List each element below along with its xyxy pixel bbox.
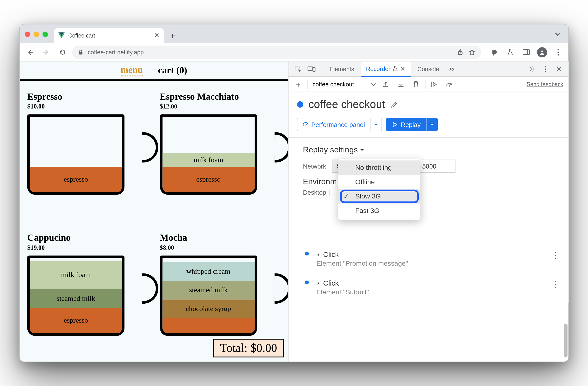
tab-search-button[interactable] (551, 28, 564, 40)
total-button[interactable]: Total: $0.00 (213, 339, 284, 357)
recording-select[interactable]: coffee checkout (312, 81, 377, 87)
browser-toolbar: coffee-cart.netlify.app (20, 43, 568, 61)
send-feedback-link[interactable]: Send feedback (526, 81, 563, 87)
gear-icon (528, 65, 536, 72)
svg-point-18 (449, 85, 450, 86)
close-tab-icon[interactable]: ✕ (400, 65, 406, 72)
network-label: Network (303, 163, 326, 170)
network-throttling-dropdown: No throttling Offline ✓ Slow 3G Fast 3G (338, 159, 420, 220)
export-button[interactable] (381, 80, 390, 89)
tab-recorder[interactable]: Recorder ✕ (361, 61, 411, 77)
step-detail: Element "Promotion message" (316, 260, 546, 267)
close-tab-icon[interactable]: ✕ (154, 32, 160, 39)
minimize-window-button[interactable] (34, 32, 39, 37)
chrome-menu-button[interactable] (552, 46, 564, 58)
replay-button[interactable]: Replay (386, 118, 438, 131)
tab-console[interactable]: Console (412, 61, 444, 77)
replay-settings-header[interactable]: Replay settings (303, 145, 560, 155)
browser-window: Coffee cart ✕ ＋ coffee-cart.netlify.app (19, 24, 569, 362)
nav-cart-link[interactable]: cart (0) (158, 65, 187, 76)
add-recording-button[interactable]: ＋ (294, 80, 303, 89)
svg-point-16 (545, 71, 546, 72)
replay-dropdown[interactable] (427, 118, 438, 131)
page-coffee-cart: menu cart (0) Espresso $10.00 espresso (20, 61, 289, 362)
plus-icon: ＋ (294, 79, 302, 89)
ingredient-layer: milk foam (162, 153, 254, 167)
delete-button[interactable] (412, 80, 421, 89)
nav-menu-link[interactable]: menu (121, 64, 143, 77)
devtools-settings-button[interactable] (526, 63, 538, 75)
recorder-toolbar: ＋ coffee checkout Send feedback (289, 77, 568, 92)
step-over-button[interactable] (445, 80, 454, 89)
import-button[interactable] (396, 80, 405, 89)
product-price: $10.00 (27, 103, 148, 110)
extensions-button[interactable] (488, 46, 500, 58)
ingredient-layer: whipped cream (162, 262, 254, 281)
step-over-icon (445, 81, 454, 87)
reload-button[interactable] (56, 46, 69, 58)
devtools-menu-button[interactable] (540, 63, 551, 75)
step-item[interactable]: Click Element "Submit" ⋮ (303, 279, 560, 296)
svg-point-15 (545, 68, 546, 70)
product-mug[interactable]: espresso (27, 114, 125, 195)
tab-elements[interactable]: Elements (324, 61, 359, 77)
product-mug[interactable]: milk foam steamed milk espresso (27, 255, 125, 336)
ingredient-layer: chocolate syrup (162, 300, 254, 318)
performance-panel-button[interactable]: Performance panel (297, 118, 382, 131)
svg-point-9 (558, 54, 559, 55)
step-menu-button[interactable]: ⋮ (551, 250, 560, 261)
new-tab-button[interactable]: ＋ (166, 29, 179, 41)
svg-line-19 (306, 124, 307, 125)
continue-button[interactable] (430, 80, 439, 89)
browser-tab[interactable]: Coffee cart ✕ (54, 28, 164, 43)
product-mug[interactable]: whipped cream steamed milk chocolate syr… (160, 255, 257, 336)
ingredient-layer (162, 318, 254, 333)
product-price: $12.00 (160, 103, 280, 110)
product-name: Espresso (27, 91, 148, 102)
reload-icon (59, 48, 66, 56)
play-icon (392, 122, 398, 127)
dropdown-option-slow-3g[interactable]: ✓ Slow 3G (338, 189, 420, 204)
product-espresso-macchiato: Espresso Macchiato $12.00 milk foam espr… (160, 91, 280, 221)
device-toolbar-button[interactable] (305, 63, 317, 75)
inspect-element-button[interactable] (292, 63, 304, 75)
caret-right-icon (316, 281, 321, 285)
side-panel-icon (523, 49, 530, 55)
address-bar[interactable]: coffee-cart.netlify.app (72, 45, 481, 59)
dropdown-option-no-throttling[interactable]: No throttling (338, 161, 420, 175)
product-cappucino: Cappucino $19.00 milk foam steamed milk … (27, 232, 148, 362)
timeout-input[interactable]: 5000 (418, 160, 456, 173)
product-mug[interactable]: milk foam espresso (160, 114, 257, 195)
dropdown-option-offline[interactable]: Offline (338, 175, 420, 189)
account-avatar-icon (537, 47, 547, 57)
more-tabs-button[interactable] (446, 63, 458, 75)
step-menu-button[interactable]: ⋮ (551, 279, 560, 289)
step-action: Click (316, 250, 546, 259)
edit-title-button[interactable] (390, 101, 398, 108)
labs-button[interactable] (504, 46, 516, 58)
mug-handle-icon (274, 132, 288, 163)
back-button[interactable] (24, 46, 37, 58)
product-name: Espresso Macchiato (160, 91, 280, 102)
recording-title: coffee checkout (309, 98, 385, 111)
caret-down-icon (359, 147, 364, 152)
svg-rect-4 (523, 50, 529, 55)
devtools-close-button[interactable]: ✕ (553, 63, 565, 75)
inspect-icon (294, 65, 301, 72)
close-window-button[interactable] (25, 32, 30, 37)
chevrons-right-icon (449, 67, 455, 71)
arrow-right-icon (42, 48, 50, 56)
dropdown-option-fast-3g[interactable]: Fast 3G (338, 204, 420, 218)
profile-button[interactable] (536, 46, 548, 58)
forward-button[interactable] (40, 46, 52, 58)
side-panel-button[interactable] (520, 46, 532, 58)
product-price: $19.00 (27, 244, 148, 251)
star-icon[interactable] (469, 49, 475, 55)
step-item[interactable]: Click Element "Promotion message" ⋮ (303, 250, 560, 267)
step-dot-icon (305, 280, 309, 284)
product-espresso: Espresso $10.00 espresso (27, 91, 148, 221)
performance-panel-dropdown[interactable] (371, 118, 381, 131)
scrollbar-thumb[interactable] (564, 324, 567, 357)
share-icon[interactable] (457, 49, 463, 55)
maximize-window-button[interactable] (42, 32, 48, 37)
